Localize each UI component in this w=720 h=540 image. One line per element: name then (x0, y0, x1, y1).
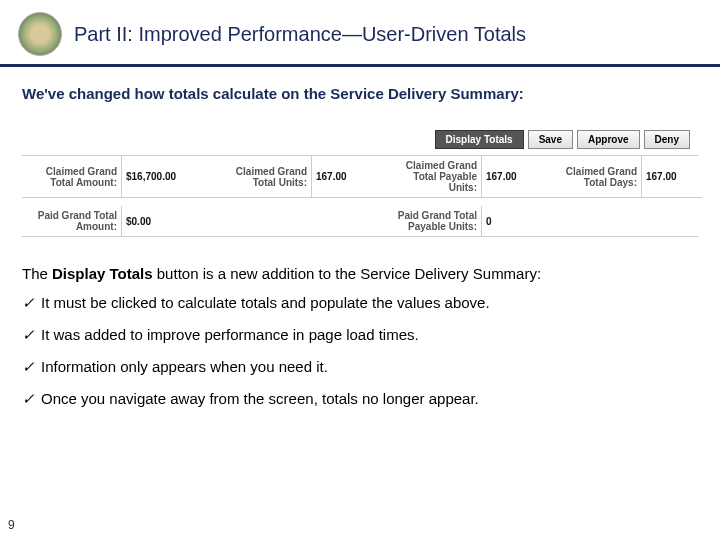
approve-button[interactable]: Approve (577, 130, 640, 149)
value-paid-payable-units: 0 (482, 206, 542, 236)
ui-screenshot: Display Totals Save Approve Deny Claimed… (22, 130, 698, 237)
value-paid-amount: $0.00 (122, 206, 212, 236)
page-title: Part II: Improved Performance—User-Drive… (74, 23, 526, 46)
label-paid-amount: Paid Grand Total Amount: (22, 206, 122, 236)
display-totals-button[interactable]: Display Totals (435, 130, 524, 149)
totals-grid: Claimed Grand Total Amount: $16,700.00 C… (22, 155, 698, 237)
label-claimed-units: Claimed Grand Total Units: (212, 156, 312, 197)
logo-image (18, 12, 62, 56)
value-claimed-days: 167.00 (642, 156, 702, 197)
explain-strong: Display Totals (52, 265, 153, 282)
divider (0, 64, 720, 67)
label-claimed-days: Claimed Grand Total Days: (542, 156, 642, 197)
bullet-item: It was added to improve performance in p… (22, 326, 698, 344)
value-claimed-amount: $16,700.00 (122, 156, 212, 197)
bullet-item: It must be clicked to calculate totals a… (22, 294, 698, 312)
bullet-item: Information only appears when you need i… (22, 358, 698, 376)
label-claimed-amount: Claimed Grand Total Amount: (22, 156, 122, 197)
label-claimed-payable-units: Claimed Grand Total Payable Units: (382, 156, 482, 197)
explain-text: The Display Totals button is a new addit… (0, 265, 720, 282)
button-row: Display Totals Save Approve Deny (22, 130, 698, 149)
value-claimed-payable-units: 167.00 (482, 156, 542, 197)
save-button[interactable]: Save (528, 130, 573, 149)
bullet-item: Once you navigate away from the screen, … (22, 390, 698, 408)
label-paid-payable-units: Paid Grand Total Payable Units: (382, 206, 482, 236)
value-claimed-units: 167.00 (312, 156, 382, 197)
page-number: 9 (8, 518, 15, 532)
bullet-list: It must be clicked to calculate totals a… (0, 294, 720, 408)
deny-button[interactable]: Deny (644, 130, 690, 149)
intro-text: We've changed how totals calculate on th… (0, 85, 720, 102)
